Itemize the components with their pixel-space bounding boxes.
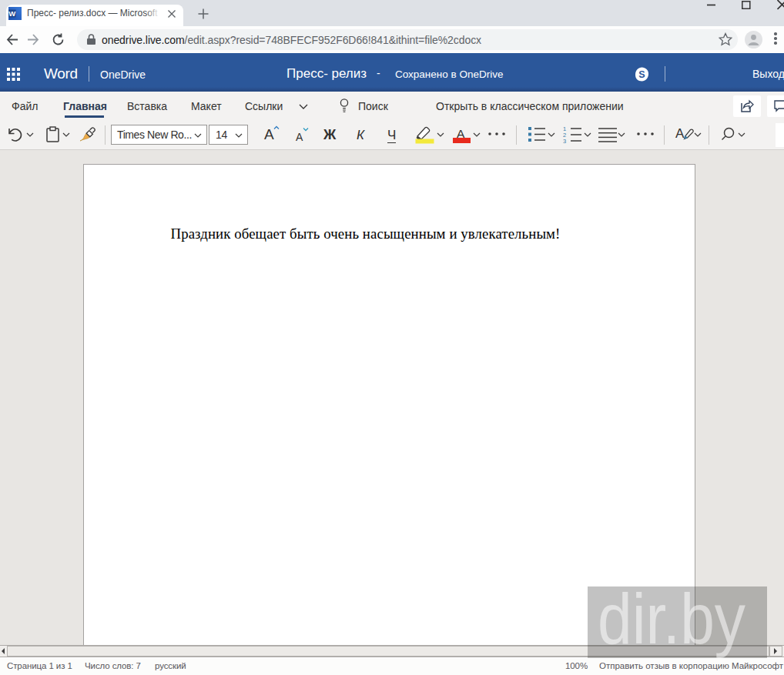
svg-text:S: S [638, 69, 645, 80]
svg-text:W: W [8, 9, 15, 18]
svg-text:3: 3 [563, 138, 566, 143]
